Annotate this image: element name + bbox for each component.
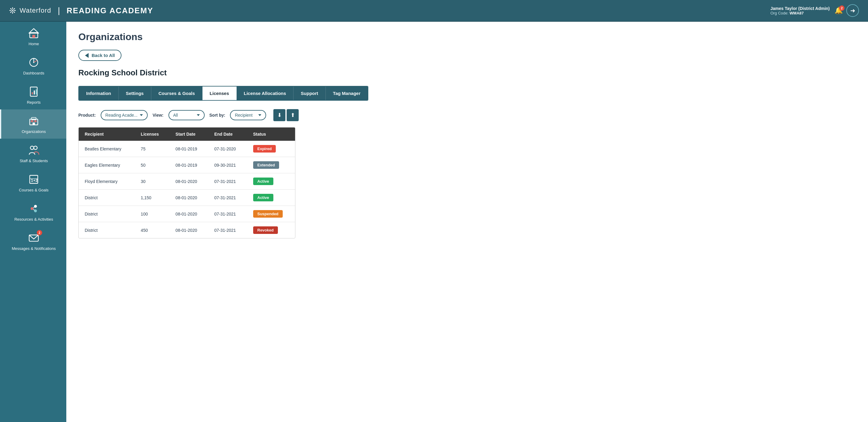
back-to-all-button[interactable]: Back to All: [79, 50, 121, 61]
sort-filter-select[interactable]: Recipient: [230, 110, 266, 120]
cell-status: Suspended: [247, 206, 295, 222]
svg-point-14: [30, 146, 34, 150]
home-icon: [27, 27, 40, 40]
user-name: James Taylor (District Admin): [770, 6, 830, 11]
cell-recipient: Floyd Elementary: [79, 173, 135, 190]
waterford-logo-icon: ❊: [9, 6, 16, 16]
header-brand-area: ❊ Waterford | READING ACADEMY: [9, 6, 153, 16]
cell-status: Extended: [247, 157, 295, 173]
back-arrow-icon: [85, 53, 89, 58]
svg-rect-2: [32, 35, 35, 38]
sort-chevron-icon: [258, 114, 261, 116]
sidebar-item-reports[interactable]: Reports: [0, 80, 66, 110]
cell-status: Active: [247, 190, 295, 206]
cell-status: Expired: [247, 141, 295, 157]
product-filter-label: Product:: [79, 113, 96, 118]
sidebar-label-courses-goals: Courses & Goals: [19, 188, 49, 192]
messages-icon-wrapper: 2: [27, 231, 40, 244]
org-code-label: Org Code:: [770, 11, 788, 16]
sidebar-item-dashboards[interactable]: Dashboards: [0, 51, 66, 80]
col-header-licenses: Licenses: [135, 127, 169, 141]
col-header-end-date: End Date: [208, 127, 247, 141]
svg-rect-7: [34, 90, 35, 94]
staff-students-icon: [27, 144, 40, 157]
sort-filter-label: Sort by:: [210, 113, 225, 118]
view-filter-select[interactable]: All: [168, 110, 205, 120]
app-body: Home Dashboards: [0, 22, 868, 422]
view-chevron-icon: [197, 114, 200, 116]
reports-icon: [27, 85, 40, 98]
view-filter-value: All: [173, 113, 178, 118]
svg-rect-8: [36, 89, 37, 94]
cell-recipient: District: [79, 206, 135, 222]
sort-desc-button[interactable]: ⬆: [287, 109, 299, 121]
cell-licenses: 100: [135, 206, 169, 222]
sidebar-item-home[interactable]: Home: [0, 22, 66, 51]
messages-badge: 2: [37, 230, 42, 235]
sidebar-item-resources-activities[interactable]: Resources & Activities: [0, 197, 66, 227]
cell-start-date: 08-01-2019: [169, 141, 208, 157]
notification-badge: 2: [839, 5, 844, 11]
table-row[interactable]: Floyd Elementary 30 08-01-2020 07-31-202…: [79, 173, 295, 190]
table-row[interactable]: District 450 08-01-2020 07-31-2021 Revok…: [79, 222, 295, 238]
svg-line-22: [33, 207, 34, 208]
organizations-icon: [27, 114, 40, 127]
sidebar-item-courses-goals[interactable]: 1+2 Courses & Goals: [0, 168, 66, 197]
cell-end-date: 07-31-2020: [208, 141, 247, 157]
sidebar-item-messages-notifications[interactable]: 2 Messages & Notifications: [0, 227, 66, 255]
sidebar-item-staff-students[interactable]: Staff & Students: [0, 139, 66, 168]
filter-bar: Product: Reading Acade... View: All Sort…: [79, 109, 856, 121]
tab-information[interactable]: Information: [79, 87, 119, 100]
sidebar-label-organizations: Organizations: [22, 129, 46, 134]
cell-recipient: Beatles Elementary: [79, 141, 135, 157]
status-badge: Suspended: [253, 210, 283, 218]
table-row[interactable]: Eagles Elementary 50 08-01-2019 09-30-20…: [79, 157, 295, 173]
product-filter-select[interactable]: Reading Acade...: [101, 110, 148, 120]
tab-tag-manager[interactable]: Tag Manager: [326, 87, 368, 100]
sidebar: Home Dashboards: [0, 22, 66, 422]
sort-asc-button[interactable]: ⬇: [273, 109, 285, 121]
cell-start-date: 08-01-2020: [169, 206, 208, 222]
view-filter-label: View:: [153, 113, 163, 118]
cell-start-date: 08-01-2020: [169, 190, 208, 206]
cell-recipient: Eagles Elementary: [79, 157, 135, 173]
cell-recipient: District: [79, 190, 135, 206]
product-filter-value: Reading Acade...: [105, 113, 138, 118]
tab-courses-goals[interactable]: Courses & Goals: [151, 87, 203, 100]
org-code-value: WMA87: [789, 11, 804, 16]
col-header-status: Status: [247, 127, 295, 141]
sidebar-label-resources-activities: Resources & Activities: [14, 217, 53, 221]
svg-point-19: [31, 207, 34, 210]
notification-button[interactable]: 🔔 2: [835, 7, 843, 14]
sidebar-item-organizations[interactable]: Organizations: [0, 110, 66, 139]
tab-settings[interactable]: Settings: [119, 87, 151, 100]
brand-name: Waterford: [20, 7, 51, 14]
sort-filter-value: Recipient: [235, 113, 252, 118]
cell-start-date: 08-01-2019: [169, 157, 208, 173]
cell-end-date: 09-30-2021: [208, 157, 247, 173]
svg-rect-12: [34, 120, 37, 122]
logout-button[interactable]: ➜: [846, 4, 859, 17]
sidebar-label-home: Home: [29, 41, 39, 46]
back-label: Back to All: [92, 53, 115, 58]
col-header-start-date: Start Date: [169, 127, 208, 141]
table-row[interactable]: District 1,150 08-01-2020 07-31-2021 Act…: [79, 190, 295, 206]
svg-point-21: [34, 210, 37, 212]
tab-support[interactable]: Support: [293, 87, 326, 100]
tab-license-allocations[interactable]: License Allocations: [237, 87, 293, 100]
cell-end-date: 07-31-2021: [208, 222, 247, 238]
tab-licenses[interactable]: Licenses: [203, 87, 237, 100]
org-code-area: Org Code: WMA87: [770, 11, 830, 16]
table-row[interactable]: District 100 08-01-2020 07-31-2021 Suspe…: [79, 206, 295, 222]
district-name: Rocking School District: [79, 68, 856, 78]
header-actions: 🔔 2 ➜: [835, 4, 859, 17]
table-row[interactable]: Beatles Elementary 75 08-01-2019 07-31-2…: [79, 141, 295, 157]
sidebar-label-reports: Reports: [27, 100, 41, 104]
svg-rect-11: [31, 120, 33, 122]
svg-rect-6: [32, 92, 33, 95]
logout-icon: ➜: [850, 7, 855, 14]
page-title: Organizations: [79, 31, 856, 42]
table-header-row: Recipient Licenses Start Date End Date S…: [79, 127, 295, 141]
licenses-table-container: Recipient Licenses Start Date End Date S…: [79, 127, 296, 238]
status-badge: Active: [253, 194, 273, 201]
